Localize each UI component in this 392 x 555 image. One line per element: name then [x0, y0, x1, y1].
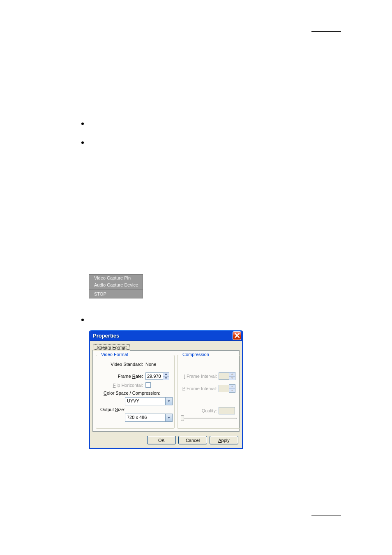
apply-button[interactable]: Apply — [210, 436, 238, 444]
groupbox-video-format: Video Format Video Standard: None Frame … — [96, 355, 175, 429]
quality-input — [219, 407, 235, 414]
dialog-buttons: OK Cancel Apply — [147, 436, 238, 444]
menu-divider — [89, 289, 143, 290]
flip-horizontal-label: Flip Horizontal: — [96, 383, 143, 388]
i-frame-spinner — [229, 372, 235, 380]
context-menu: Video Capture Pin Audio Capture Device S… — [89, 274, 143, 298]
close-icon — [235, 333, 240, 338]
menu-item-video-capture-pin[interactable]: Video Capture Pin — [89, 275, 143, 282]
video-standard-label: Video Standard: — [96, 362, 143, 367]
ok-button[interactable]: OK — [147, 436, 176, 444]
properties-dialog: Properties Stream Format Video Format Vi… — [89, 330, 243, 449]
p-frame-interval-input — [219, 385, 229, 392]
output-size-label: Output Size: — [96, 407, 125, 412]
tab-strip: Stream Format — [93, 344, 130, 351]
output-size-select[interactable]: 720 x 486 — [125, 414, 173, 422]
video-standard-value: None — [145, 362, 156, 367]
p-frame-interval-label: P Frame Interval: — [178, 386, 217, 391]
groupbox-compression: Compression I Frame Interval: P Frame In… — [177, 355, 240, 429]
bullet-icon — [81, 319, 84, 321]
page-rule-top — [311, 31, 341, 32]
frame-rate-spinner[interactable] — [163, 372, 169, 380]
i-frame-interval-input — [219, 372, 229, 380]
i-frame-interval-label: I Frame Interval: — [178, 374, 217, 379]
p-frame-spinner — [229, 384, 235, 393]
color-space-value: UYVY — [127, 398, 139, 403]
quality-label: Quality: — [178, 408, 217, 413]
flip-horizontal-checkbox[interactable] — [145, 382, 151, 388]
color-space-select[interactable]: UYVY — [125, 397, 173, 405]
groupbox-legend: Video Format — [99, 352, 130, 357]
bullet-icon — [81, 123, 84, 125]
menu-item-audio-capture-device[interactable]: Audio Capture Device — [89, 282, 143, 289]
titlebar: Properties — [90, 330, 242, 341]
chevron-down-icon — [165, 414, 172, 421]
close-button[interactable] — [233, 331, 241, 340]
tabs-panel: Video Format Video Standard: None Frame … — [92, 350, 240, 432]
frame-rate-label: Frame Rate: — [96, 374, 143, 379]
chevron-down-icon — [165, 398, 172, 405]
bullet-icon — [81, 141, 84, 144]
cancel-button[interactable]: Cancel — [178, 436, 207, 444]
dialog-title: Properties — [93, 333, 119, 339]
output-size-value: 720 x 486 — [127, 415, 147, 420]
menu-item-stop[interactable]: STOP — [89, 291, 143, 298]
page-rule-bottom — [311, 516, 341, 516]
tab-stream-format[interactable]: Stream Format — [93, 344, 130, 351]
groupbox-legend: Compression — [181, 352, 211, 357]
spinner-down-icon[interactable] — [163, 377, 169, 380]
frame-rate-input[interactable] — [145, 372, 163, 380]
spinner-up-icon[interactable] — [163, 372, 169, 377]
color-space-label: Color Space / Compression: — [96, 391, 160, 395]
